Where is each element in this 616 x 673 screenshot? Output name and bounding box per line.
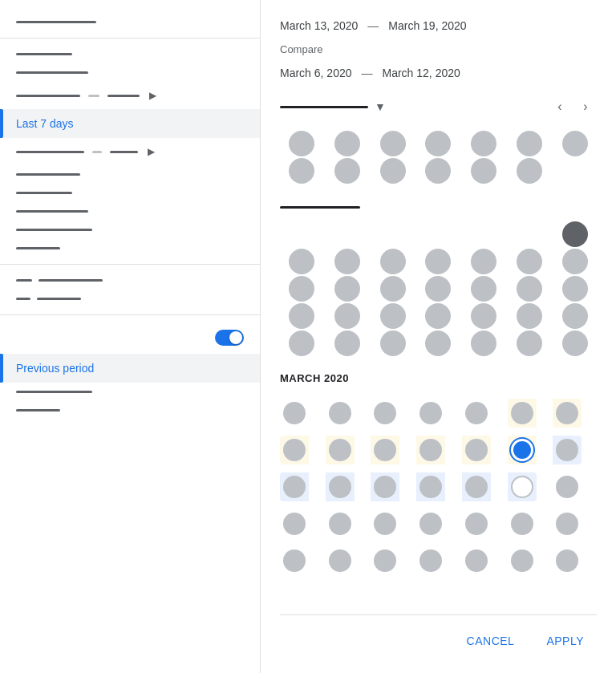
march-cell[interactable]	[326, 509, 355, 538]
cal-dot[interactable]	[334, 131, 360, 156]
march-cell-blue[interactable]	[416, 472, 445, 501]
march-cell[interactable]	[280, 399, 309, 428]
march-cell-highlight[interactable]	[508, 399, 537, 428]
cal-dot[interactable]	[562, 276, 588, 302]
march-cell-blue-end[interactable]	[508, 472, 537, 501]
march-cell-blue[interactable]	[371, 472, 399, 501]
march-cell-blue[interactable]	[326, 472, 355, 501]
cal-dot-dark[interactable]	[562, 221, 588, 247]
cancel-button[interactable]: CANCEL	[454, 628, 528, 654]
cal-dot[interactable]	[425, 158, 451, 184]
sidebar-item-2[interactable]	[0, 45, 260, 63]
cal-dot[interactable]	[425, 131, 451, 156]
sidebar-item-bottom-1[interactable]	[0, 383, 260, 401]
cal-dot[interactable]	[471, 249, 496, 274]
march-cell[interactable]	[280, 509, 309, 538]
cal-dot[interactable]	[289, 276, 314, 302]
march-cell-highlight[interactable]	[280, 436, 309, 464]
cal-dot[interactable]	[289, 249, 314, 274]
march-cell[interactable]	[553, 546, 582, 575]
cal-dot[interactable]	[471, 303, 496, 329]
march-cell[interactable]	[553, 472, 582, 501]
march-cell-blue[interactable]	[553, 436, 582, 464]
cal-dot[interactable]	[562, 303, 588, 329]
cal-dot[interactable]	[380, 249, 406, 274]
cal-dot[interactable]	[517, 303, 542, 329]
cal-dot[interactable]	[289, 330, 314, 356]
cal-dot[interactable]	[517, 276, 542, 302]
march-cell[interactable]	[462, 546, 491, 575]
sidebar-item-4[interactable]: ▶	[0, 82, 260, 109]
march-cell[interactable]	[553, 509, 582, 538]
cal-dot[interactable]	[425, 276, 451, 302]
toggle-switch[interactable]	[215, 330, 244, 346]
cal-dot[interactable]	[471, 131, 496, 156]
march-cell-highlight[interactable]	[462, 436, 491, 464]
cal-dot[interactable]	[289, 303, 314, 329]
march-cell-highlight[interactable]	[371, 436, 399, 464]
march-cell[interactable]	[371, 509, 399, 538]
cal-dot[interactable]	[517, 131, 542, 156]
compare-start-date[interactable]: March 6, 2020	[280, 67, 352, 79]
march-cell[interactable]	[371, 546, 399, 575]
cal-dot[interactable]	[380, 330, 406, 356]
end-date[interactable]: March 19, 2020	[388, 19, 466, 32]
cal-dot[interactable]	[562, 330, 588, 356]
march-cell-highlight[interactable]	[416, 436, 445, 464]
cal-dot[interactable]	[562, 249, 588, 274]
cal-dot[interactable]	[334, 276, 360, 302]
sidebar-item-10[interactable]	[0, 239, 260, 257]
next-month-button[interactable]: ›	[574, 95, 597, 118]
cal-dot[interactable]	[471, 158, 496, 184]
march-cell[interactable]	[371, 399, 399, 428]
cal-dot[interactable]	[425, 303, 451, 329]
march-cell[interactable]	[508, 546, 537, 575]
march-cell[interactable]	[416, 546, 445, 575]
sidebar-item-previous-period[interactable]: Previous period	[0, 354, 260, 383]
sidebar-item-6[interactable]	[0, 165, 260, 184]
cal-dot[interactable]	[334, 158, 360, 184]
march-cell[interactable]	[416, 509, 445, 538]
cal-dot[interactable]	[425, 249, 451, 274]
cal-dot[interactable]	[380, 303, 406, 329]
sidebar-item-7[interactable]	[0, 184, 260, 202]
march-cell-highlight[interactable]	[326, 436, 355, 464]
cal-dot[interactable]	[562, 131, 588, 156]
cal-dot[interactable]	[517, 158, 542, 184]
march-cell[interactable]	[326, 399, 355, 428]
cal-dot[interactable]	[380, 158, 406, 184]
cal-dot[interactable]	[471, 276, 496, 302]
cal-dot[interactable]	[334, 303, 360, 329]
cal-dot[interactable]	[380, 276, 406, 302]
cal-dot[interactable]	[517, 249, 542, 274]
march-cell[interactable]	[326, 546, 355, 575]
cal-dot[interactable]	[334, 330, 360, 356]
sidebar-item-1[interactable]	[0, 13, 260, 31]
sidebar-item-5[interactable]: ▶	[0, 138, 260, 165]
cal-dot[interactable]	[380, 131, 406, 156]
start-date[interactable]: March 13, 2020	[280, 19, 358, 32]
compare-end-date[interactable]: March 12, 2020	[383, 67, 460, 79]
march-cell[interactable]	[462, 399, 491, 428]
apply-button[interactable]: APPLY	[533, 628, 597, 654]
cal-dot[interactable]	[517, 330, 542, 356]
sidebar-item-bottom-2[interactable]	[0, 401, 260, 420]
sidebar-item-11[interactable]	[0, 271, 260, 290]
sidebar-item-8[interactable]	[0, 202, 260, 221]
march-cell-selected[interactable]	[508, 436, 537, 464]
march-cell[interactable]	[416, 399, 445, 428]
cal-dot[interactable]	[425, 330, 451, 356]
cal-dot[interactable]	[471, 330, 496, 356]
cal-dot[interactable]	[334, 249, 360, 274]
march-cell-highlight[interactable]	[553, 399, 582, 428]
prev-month-button[interactable]: ‹	[549, 95, 571, 118]
sidebar-item-12[interactable]	[0, 290, 260, 308]
sidebar-item-last7days[interactable]: Last 7 days	[0, 109, 260, 138]
march-cell-blue[interactable]	[462, 472, 491, 501]
march-cell[interactable]	[508, 509, 537, 538]
sidebar-item-3[interactable]	[0, 63, 260, 82]
dropdown-arrow-icon[interactable]: ▼	[375, 100, 386, 113]
cal-dot[interactable]	[289, 158, 314, 184]
sidebar-item-9[interactable]	[0, 221, 260, 239]
march-cell[interactable]	[280, 546, 309, 575]
